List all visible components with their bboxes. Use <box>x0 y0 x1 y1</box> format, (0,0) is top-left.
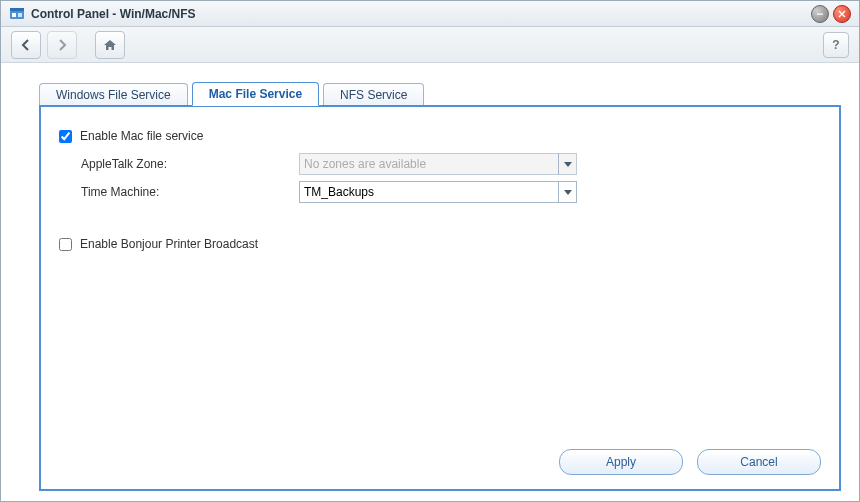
enable-bonjour-printer-label: Enable Bonjour Printer Broadcast <box>80 237 258 251</box>
tab-mac-file-service[interactable]: Mac File Service <box>192 82 319 106</box>
tab-nfs-service[interactable]: NFS Service <box>323 83 424 106</box>
apply-button[interactable]: Apply <box>559 449 683 475</box>
button-row: Apply Cancel <box>559 449 821 475</box>
time-machine-select[interactable]: TM_Backups <box>299 181 577 203</box>
time-machine-label: Time Machine: <box>81 185 299 199</box>
minimize-button[interactable] <box>811 5 829 23</box>
close-button[interactable] <box>833 5 851 23</box>
enable-mac-file-service-label: Enable Mac file service <box>80 129 203 143</box>
back-button[interactable] <box>11 31 41 59</box>
tab-windows-file-service[interactable]: Windows File Service <box>39 83 188 106</box>
help-button[interactable]: ? <box>823 32 849 58</box>
app-icon <box>9 6 25 22</box>
titlebar: Control Panel - Win/Mac/NFS <box>1 1 859 27</box>
content-area: Windows File Service Mac File Service NF… <box>39 81 841 491</box>
window-title: Control Panel - Win/Mac/NFS <box>31 7 196 21</box>
appletalk-zone-label: AppleTalk Zone: <box>81 157 299 171</box>
enable-bonjour-printer-checkbox[interactable] <box>59 238 72 251</box>
appletalk-zone-select-wrap: No zones are available <box>299 153 577 175</box>
toolbar: ? <box>1 27 859 63</box>
svg-rect-4 <box>817 13 823 14</box>
tab-panel-mac: Enable Mac file service AppleTalk Zone: … <box>39 105 841 491</box>
home-button[interactable] <box>95 31 125 59</box>
enable-mac-file-service-checkbox[interactable] <box>59 130 72 143</box>
window: Control Panel - Win/Mac/NFS ? Windows Fi… <box>0 0 860 502</box>
time-machine-select-wrap: TM_Backups <box>299 181 577 203</box>
svg-rect-2 <box>12 13 16 17</box>
svg-rect-3 <box>18 13 22 17</box>
tab-bar: Windows File Service Mac File Service NF… <box>39 81 841 105</box>
forward-button[interactable] <box>47 31 77 59</box>
appletalk-zone-select[interactable]: No zones are available <box>299 153 577 175</box>
svg-rect-1 <box>10 8 24 11</box>
cancel-button[interactable]: Cancel <box>697 449 821 475</box>
